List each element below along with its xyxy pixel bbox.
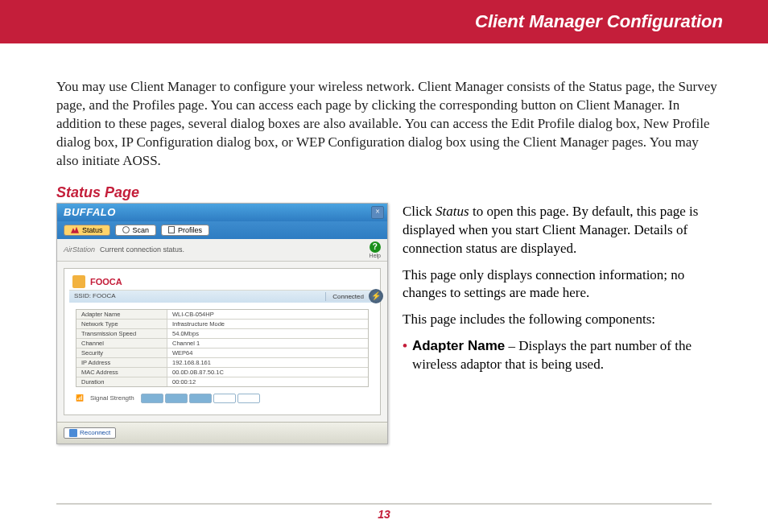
paragraph: This page only displays connection infor… [403, 266, 723, 303]
tab-status[interactable]: Status [64, 225, 110, 236]
connected-text: Connected [332, 293, 364, 300]
table-row: Transmission Speed54.0Mbps [76, 329, 368, 339]
reconnect-label: Reconnect [80, 429, 110, 436]
intro-paragraph: You may use Client Manager to configure … [56, 78, 723, 171]
ssid-panel: FOOCA SSID: FOOCA Connected ⚡ Adapter Na… [64, 268, 381, 415]
signal-bar [141, 394, 163, 403]
network-icon [72, 275, 85, 288]
profiles-icon [168, 226, 175, 233]
row-label: Network Type [76, 320, 167, 328]
client-manager-screenshot: BUFFALO × Status Scan Profiles [56, 203, 388, 444]
right-column: Click Status to open this page. By defau… [403, 203, 723, 375]
page-title: Client Manager Configuration [475, 11, 723, 32]
info-table: Adapter NameWLI-CB-054HP Network TypeInf… [76, 309, 369, 387]
tab-profiles[interactable]: Profiles [161, 225, 209, 236]
row-label: Transmission Speed [76, 329, 167, 338]
row-label: Channel [76, 339, 167, 348]
airstation-label: AirStation [64, 245, 95, 254]
connection-status-label: Current connection status. [100, 245, 184, 254]
reconnect-button[interactable]: Reconnect [64, 427, 116, 439]
help-icon: ? [370, 241, 381, 253]
section-heading: Status Page [56, 184, 723, 201]
signal-bar [189, 394, 212, 403]
row-value: Channel 1 [167, 339, 368, 348]
tab-scan[interactable]: Scan [115, 225, 157, 236]
signal-bar [165, 394, 188, 403]
row-value: 192.168.8.161 [167, 358, 368, 367]
two-column-layout: BUFFALO × Status Scan Profiles [56, 203, 723, 444]
table-row: Adapter NameWLI-CB-054HP [76, 310, 368, 320]
table-row: Network TypeInfrastructure Mode [76, 320, 368, 329]
tab-label: Scan [133, 226, 150, 234]
paragraph: Click Status to open this page. By defau… [403, 203, 723, 258]
status-icon [71, 227, 79, 233]
row-label: Duration [76, 377, 167, 386]
bullet-icon: • [403, 337, 407, 374]
ssid-sub-row: SSID: FOOCA Connected ⚡ [69, 291, 375, 303]
tab-bar: Status Scan Profiles [57, 221, 387, 239]
row-label: Security [76, 348, 167, 357]
help-button[interactable]: ? Help [370, 241, 381, 258]
row-label: Adapter Name [76, 310, 167, 319]
row-label: IP Address [76, 358, 167, 367]
table-row: MAC Address00.0D.0B.87.50.1C [76, 368, 368, 377]
row-label: MAC Address [76, 368, 167, 377]
tab-label: Profiles [178, 226, 202, 234]
lightning-icon: ⚡ [369, 289, 383, 303]
table-row: ChannelChannel 1 [76, 339, 368, 348]
signal-bar [237, 394, 260, 403]
footer-rule [56, 503, 712, 505]
row-value: WLI-CB-054HP [167, 310, 368, 319]
close-icon[interactable]: × [371, 206, 384, 219]
footer: 13 [0, 503, 768, 521]
signal-label: Signal Strength [90, 394, 134, 402]
ssid-name: FOOCA [90, 277, 122, 287]
brand-logo: BUFFALO [64, 206, 116, 218]
signal-bar [213, 394, 236, 403]
header-band: Client Manager Configuration [0, 0, 768, 43]
signal-bars [141, 394, 260, 403]
title-bar: BUFFALO × [57, 204, 387, 221]
scan-icon [122, 226, 130, 233]
page-number: 13 [0, 508, 768, 521]
row-value: Infrastructure Mode [167, 320, 368, 328]
bottom-bar: Reconnect [57, 422, 387, 443]
sub-header: AirStation Current connection status. ? … [57, 239, 387, 262]
bullet-text: Adapter Name – Displays the part number … [412, 337, 723, 374]
table-row: IP Address192.168.8.161 [76, 358, 368, 368]
connection-badge: Connected ⚡ [325, 292, 370, 301]
antenna-icon: 📶 [76, 394, 84, 402]
ssid-row: FOOCA [69, 274, 375, 291]
row-value: 00.0D.0B.87.50.1C [167, 368, 368, 377]
row-value: WEP64 [167, 348, 368, 357]
paragraph: This page includes the following compone… [403, 311, 723, 329]
signal-strength-row: 📶 Signal Strength [76, 394, 369, 403]
table-row: Duration00:00:12 [76, 377, 368, 386]
ssid-label: SSID: FOOCA [74, 292, 116, 301]
bullet-item: • Adapter Name – Displays the part numbe… [403, 337, 723, 374]
table-row: SecurityWEP64 [76, 348, 368, 358]
reconnect-icon [69, 429, 77, 437]
tab-label: Status [82, 226, 103, 234]
row-value: 00:00:12 [167, 377, 368, 386]
help-label: Help [370, 253, 381, 258]
page-body: You may use Client Manager to configure … [0, 43, 768, 444]
row-value: 54.0Mbps [167, 329, 368, 338]
